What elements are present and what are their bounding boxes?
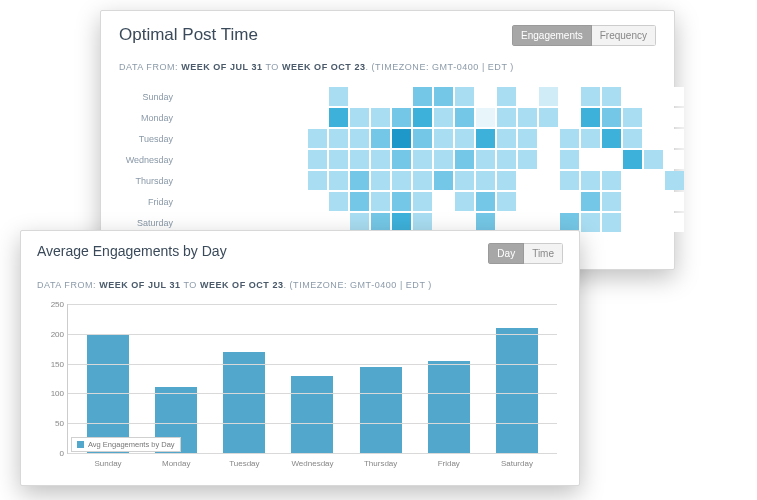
heatmap-cell (455, 108, 474, 127)
heatmap-cell (455, 150, 474, 169)
heatmap-cell (581, 150, 600, 169)
heatmap-row (181, 170, 685, 191)
heatmap-cell (602, 108, 621, 127)
heatmap-cell (497, 108, 516, 127)
heatmap-cell (287, 171, 306, 190)
heatmap-row (181, 107, 685, 128)
bar-column: Wednesday (278, 304, 346, 453)
heatmap-cell (308, 192, 327, 211)
heatmap-cell (497, 171, 516, 190)
gridline (68, 393, 557, 394)
heatmap-cell (245, 108, 264, 127)
meta-to-word: TO (183, 280, 196, 290)
heatmap-cell (329, 87, 348, 106)
meta-to: WEEK OF OCT 23 (282, 62, 366, 72)
x-tick-label: Friday (438, 459, 460, 468)
heatmap-cell (539, 171, 558, 190)
heatmap-cell (182, 171, 201, 190)
heatmap-cell (455, 171, 474, 190)
y-tick-label: 200 (38, 329, 64, 338)
heatmap-cell (476, 87, 495, 106)
heatmap-cell (623, 171, 642, 190)
heatmap-cell (623, 129, 642, 148)
heatmap-cell (665, 108, 684, 127)
date-range-meta: DATA FROM: WEEK OF JUL 31 TO WEEK OF OCT… (119, 62, 656, 72)
heatmap-cell (644, 171, 663, 190)
heatmap-cell (560, 192, 579, 211)
heatmap-cell (371, 129, 390, 148)
toggle-time[interactable]: Time (524, 243, 563, 264)
heatmap-cell (182, 150, 201, 169)
heatmap-cell (413, 171, 432, 190)
heatmap-cell (392, 171, 411, 190)
heatmap-cell (434, 129, 453, 148)
bar (496, 328, 538, 453)
heatmap-cell (560, 150, 579, 169)
heatmap-cell (434, 171, 453, 190)
panel-title: Average Engagements by Day (37, 243, 227, 259)
heatmap-cell (182, 87, 201, 106)
heatmap-cell (623, 108, 642, 127)
legend: Avg Engagements by Day (71, 437, 181, 452)
heatmap-cell (518, 171, 537, 190)
heatmap-cell (644, 108, 663, 127)
y-tick-label: 50 (38, 419, 64, 428)
heatmap-cell (266, 108, 285, 127)
heatmap-cell (623, 87, 642, 106)
heatmap-cell (413, 129, 432, 148)
heatmap-cell (371, 87, 390, 106)
heatmap-cell (602, 213, 621, 232)
heatmap-cell (602, 192, 621, 211)
heatmap-cell (329, 108, 348, 127)
heatmap-cell (497, 87, 516, 106)
heatmap-cell (644, 87, 663, 106)
heatmap-cell (392, 108, 411, 127)
heatmap-row (181, 149, 685, 170)
date-range-meta: DATA FROM: WEEK OF JUL 31 TO WEEK OF OCT… (37, 280, 563, 290)
metric-toggle: Day Time (488, 243, 563, 264)
heatmap-cell (497, 192, 516, 211)
heatmap-cell (581, 87, 600, 106)
heatmap-cell (371, 108, 390, 127)
heatmap-cell (539, 87, 558, 106)
toggle-frequency[interactable]: Frequency (592, 25, 656, 46)
heatmap-cell (350, 192, 369, 211)
heatmap-cell (581, 213, 600, 232)
heatmap-cell (560, 87, 579, 106)
heatmap-cell (602, 129, 621, 148)
heatmap-cell (329, 129, 348, 148)
heatmap-cell (224, 192, 243, 211)
heatmap-cell (392, 129, 411, 148)
heatmap-cell (371, 150, 390, 169)
heatmap-cell (581, 171, 600, 190)
heatmap-cell (350, 150, 369, 169)
heatmap-cell (350, 171, 369, 190)
heatmap-cell (182, 129, 201, 148)
heatmap-cell (371, 171, 390, 190)
bar-column: Saturday (483, 304, 551, 453)
meta-prefix: DATA FROM: (37, 280, 96, 290)
heatmap-cell (245, 192, 264, 211)
heatmap-cell (203, 108, 222, 127)
meta-from: WEEK OF JUL 31 (181, 62, 262, 72)
heatmap-cell (539, 129, 558, 148)
heatmap-cell (287, 108, 306, 127)
heatmap-cell (644, 129, 663, 148)
y-tick-label: 250 (38, 300, 64, 309)
gridline (68, 423, 557, 424)
heatmap-cell (665, 129, 684, 148)
heatmap-cell (497, 129, 516, 148)
heatmap-cell (350, 87, 369, 106)
heatmap-cell (644, 213, 663, 232)
x-tick-label: Sunday (94, 459, 121, 468)
heatmap-cell (203, 150, 222, 169)
heatmap-cell (224, 108, 243, 127)
toggle-day[interactable]: Day (488, 243, 524, 264)
heatmap-cell (392, 150, 411, 169)
heatmap-cell (602, 171, 621, 190)
meta-prefix: DATA FROM: (119, 62, 178, 72)
bar (291, 376, 333, 453)
heatmap-row (181, 128, 685, 149)
heatmap-cell (413, 108, 432, 127)
toggle-engagements[interactable]: Engagements (512, 25, 592, 46)
